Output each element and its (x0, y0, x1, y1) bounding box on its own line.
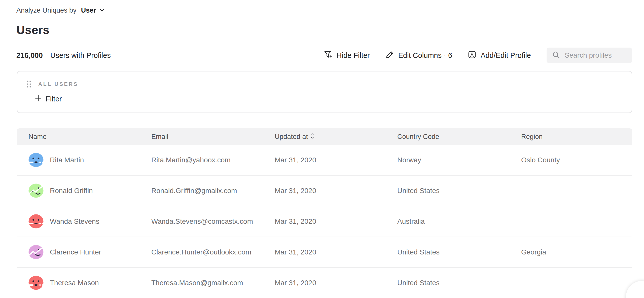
column-header-country-code[interactable]: Country Code (397, 133, 521, 141)
avatar (28, 214, 44, 229)
toolbar: 216,000 Users with Profiles Hide Filter … (16, 48, 632, 63)
edit-columns-label: Edit Columns · 6 (398, 51, 452, 60)
page-title: Users (16, 23, 632, 37)
search-icon (552, 51, 560, 60)
avatar (28, 245, 44, 260)
user-country: United States (397, 279, 521, 287)
user-name: Ronald Griffin (50, 187, 93, 195)
profile-card-icon (468, 50, 476, 61)
user-updated-at: Mar 31, 2020 (275, 279, 397, 287)
user-updated-at: Mar 31, 2020 (275, 156, 397, 164)
avatar (28, 183, 44, 198)
chevron-down-icon (99, 8, 105, 13)
filter-funnel-plus-icon (324, 50, 332, 61)
user-country: Norway (397, 156, 521, 164)
table-row[interactable]: Wanda Stevens Wanda.Stevens@comcastx.com… (17, 206, 632, 237)
filter-panel: ALL USERS Filter (17, 71, 632, 113)
name-cell: Theresa Mason (28, 275, 151, 290)
user-country: United States (397, 248, 521, 256)
table-row[interactable]: Clarence Hunter Clarence.Hunter@outlookx… (17, 237, 632, 268)
name-cell: Wanda Stevens (28, 214, 151, 229)
name-cell: Rita Martin (28, 153, 151, 168)
add-filter-label: Filter (46, 95, 62, 103)
table-row[interactable]: Theresa Mason Theresa.Mason@gmailx.com M… (17, 268, 632, 298)
user-email: Clarence.Hunter@outlookx.com (151, 248, 275, 256)
avatar (28, 275, 44, 290)
user-region: Oslo County (521, 156, 632, 164)
hide-filter-label: Hide Filter (337, 51, 370, 60)
profiles-count-label: Users with Profiles (50, 51, 111, 60)
user-updated-at: Mar 31, 2020 (275, 187, 397, 195)
search-profiles-input[interactable] (565, 51, 627, 59)
sort-icon (310, 133, 314, 141)
avatar (28, 153, 44, 168)
add-filter-button[interactable]: Filter (35, 95, 62, 103)
user-updated-at: Mar 31, 2020 (275, 248, 397, 256)
search-profiles-box (547, 48, 632, 63)
column-header-email[interactable]: Email (151, 133, 275, 141)
user-name: Clarence Hunter (50, 248, 101, 256)
all-users-label: ALL USERS (38, 81, 78, 87)
user-name: Wanda Stevens (50, 217, 99, 226)
table-row[interactable]: Rita Martin Rita.Martin@yahoox.com Mar 3… (17, 145, 632, 176)
profiles-count-group: 216,000 Users with Profiles (16, 51, 111, 60)
column-header-region[interactable]: Region (521, 133, 632, 141)
uniques-by-dropdown[interactable]: User (81, 7, 105, 14)
table-row[interactable]: Ronald Griffin Ronald.Griffin@gmailx.com… (17, 176, 632, 206)
table-body: Rita Martin Rita.Martin@yahoox.com Mar 3… (17, 145, 632, 298)
user-country: Australia (397, 217, 521, 226)
user-name: Theresa Mason (50, 279, 99, 287)
hide-filter-button[interactable]: Hide Filter (324, 50, 370, 61)
toolbar-actions: Hide Filter Edit Columns · 6 Add/Edit Pr… (324, 48, 632, 63)
user-country: United States (397, 187, 521, 195)
profiles-count: 216,000 (16, 51, 43, 60)
user-name: Rita Martin (50, 156, 84, 164)
users-page: Analyze Uniques by User Users 216,000 Us… (0, 0, 644, 298)
uniques-by-value: User (81, 7, 96, 14)
edit-columns-button[interactable]: Edit Columns · 6 (385, 50, 452, 61)
name-cell: Ronald Griffin (28, 183, 151, 198)
user-region: Georgia (521, 248, 632, 256)
user-email: Wanda.Stevens@comcastx.com (151, 217, 275, 226)
add-edit-profile-button[interactable]: Add/Edit Profile (468, 50, 531, 61)
drag-handle-icon[interactable] (26, 79, 32, 89)
analyze-uniques-bar: Analyze Uniques by User (16, 7, 632, 14)
filter-panel-header: ALL USERS (26, 79, 632, 89)
column-header-name[interactable]: Name (28, 133, 151, 141)
users-table: Name Email Updated at Country Code Regio… (17, 128, 632, 298)
name-cell: Clarence Hunter (28, 245, 151, 260)
column-header-updated-at[interactable]: Updated at (275, 133, 397, 141)
analyze-uniques-label: Analyze Uniques by (16, 7, 77, 14)
user-updated-at: Mar 31, 2020 (275, 217, 397, 226)
add-edit-profile-label: Add/Edit Profile (481, 51, 531, 60)
plus-icon (35, 95, 42, 103)
user-email: Ronald.Griffin@gmailx.com (151, 187, 275, 195)
pencil-icon (385, 50, 394, 61)
table-header: Name Email Updated at Country Code Regio… (17, 128, 632, 145)
user-email: Rita.Martin@yahoox.com (151, 156, 275, 164)
user-email: Theresa.Mason@gmailx.com (151, 279, 275, 287)
